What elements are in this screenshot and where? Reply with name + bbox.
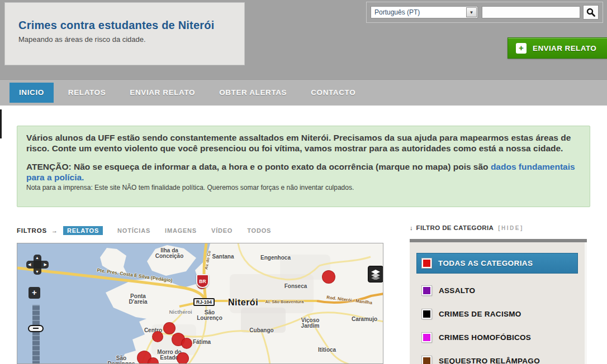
category-label: CRIMES DE RACISMO xyxy=(439,310,521,318)
map-pan-control[interactable]: ▲ ▼ ◀ ▶ xyxy=(26,255,49,275)
filter-chip-imagens[interactable]: IMAGENS xyxy=(165,227,197,234)
category-item-crimes-de-racismo[interactable]: CRIMES DE RACISMO xyxy=(416,302,578,325)
category-item-sequestro-relampago[interactable]: SEQUESTRO RELÂMPAGO xyxy=(416,349,578,364)
search-icon xyxy=(586,8,595,17)
filter-chip-noticias[interactable]: NOTÍCIAS xyxy=(117,227,150,234)
filter-chip-video[interactable]: VÍDEO xyxy=(211,227,233,234)
category-color-swatch xyxy=(422,333,431,342)
page-title: Crimes contra estudantes de Niterói xyxy=(18,19,244,32)
category-item-crimes-homofobicos[interactable]: CRIMES HOMOFÓBICOS xyxy=(416,325,578,349)
category-item-assalto[interactable]: ASSALTO xyxy=(416,279,578,302)
category-label: CRIMES HOMOFÓBICOS xyxy=(439,333,531,342)
nav-tab-contacto[interactable]: CONTACTO xyxy=(301,83,365,103)
plus-icon: + xyxy=(516,43,527,54)
search-button[interactable] xyxy=(583,5,599,20)
submit-report-label: ENVIAR RELATO xyxy=(533,44,596,52)
notice-paragraph-2: ATENÇÃO: Não se esqueça de informar a da… xyxy=(26,161,581,183)
search-input[interactable] xyxy=(482,6,580,18)
incident-marker[interactable] xyxy=(163,322,176,334)
category-filter-title: FILTRO DE CATEGORIA xyxy=(416,224,494,231)
filters-label: FILTROS xyxy=(17,227,47,234)
chevron-down-icon[interactable]: ▼ xyxy=(466,7,477,17)
nav-tab-inicio[interactable]: INICIO xyxy=(10,83,54,103)
language-select[interactable]: Português (PT) ▼ xyxy=(371,6,478,18)
notice-box: Vários alunos da UFF estão sendo constan… xyxy=(17,126,590,207)
filters-row: FILTROS → RELATOSNOTÍCIASIMAGENSVÍDEOTOD… xyxy=(17,226,286,236)
site-header: Crimes contra estudantes de Niterói Mape… xyxy=(4,2,245,65)
nav-tab-relatos[interactable]: RELATOS xyxy=(59,83,115,103)
incident-marker[interactable] xyxy=(322,270,335,284)
nav-tab-obter-alertas[interactable]: OBTER ALERTAS xyxy=(210,83,296,103)
category-list: TODAS AS CATEGORIASASSALTOCRIMES DE RACI… xyxy=(410,253,587,364)
main-navigation: INICIORELATOSENVIAR RELATOOBTER ALERTASC… xyxy=(0,79,607,106)
category-color-swatch xyxy=(422,258,431,268)
page-subtitle: Mapeando as áreas de risco da cidade. xyxy=(18,35,244,44)
incident-marker[interactable] xyxy=(177,352,189,364)
zoom-slider-track[interactable] xyxy=(32,305,40,364)
incident-marker[interactable] xyxy=(152,331,163,342)
pan-down-icon[interactable]: ▼ xyxy=(35,270,39,274)
incident-marker[interactable] xyxy=(181,338,192,349)
notice-warning-text: ATENÇÃO: Não se esqueça de informar a da… xyxy=(26,162,491,171)
hide-categories-link[interactable]: [HIDE] xyxy=(498,225,524,231)
category-label: SEQUESTRO RELÂMPAGO xyxy=(439,357,540,364)
category-label: TODAS AS CATEGORIAS xyxy=(438,259,533,267)
language-selected-value: Português (PT) xyxy=(374,8,420,16)
category-label: ASSALTO xyxy=(439,286,475,295)
layers-icon xyxy=(370,269,381,280)
category-filter-panel: TODAS AS CATEGORIASASSALTOCRIMES DE RACI… xyxy=(410,239,587,364)
language-search-bar: Português (PT) ▼ xyxy=(366,2,603,23)
notice-paragraph-1: Vários alunos da UFF estão sendo constan… xyxy=(26,132,581,154)
category-color-swatch xyxy=(422,286,431,295)
filter-chip-list: RELATOSNOTÍCIASIMAGENSVÍDEOTODOS xyxy=(63,226,286,235)
br-highway-shield: BR xyxy=(196,274,209,288)
route-badge: RJ-104 xyxy=(193,298,215,306)
category-filter-header: ↓ FILTRO DE CATEGORIA [HIDE] xyxy=(410,224,524,231)
filter-chip-todos[interactable]: TODOS xyxy=(247,227,271,234)
left-edge-artifact xyxy=(0,109,2,138)
arrow-down-icon: ↓ xyxy=(410,224,413,231)
filter-chip-relatos[interactable]: RELATOS xyxy=(63,226,103,235)
nav-tab-enviar-relato[interactable]: ENVIAR RELATO xyxy=(120,83,205,103)
category-item-todas-as-categorias[interactable]: TODAS AS CATEGORIAS xyxy=(416,253,578,274)
map-layers-button[interactable] xyxy=(368,266,383,282)
submit-report-button[interactable]: + ENVIAR RELATO xyxy=(508,37,607,59)
pan-up-icon[interactable]: ▲ xyxy=(35,256,39,260)
arrow-right-icon: → xyxy=(51,227,58,234)
category-color-swatch xyxy=(422,309,431,319)
zoom-slider-handle[interactable] xyxy=(28,325,44,332)
pan-right-icon[interactable]: ▶ xyxy=(44,262,47,266)
incident-map[interactable]: Ilha da ConceiçãoSantanaEngenhocaPte. Pr… xyxy=(17,243,383,364)
category-color-swatch xyxy=(422,356,431,364)
press-note: Nota para a imprensa: Este site NÃO tem … xyxy=(26,184,581,192)
category-panel-topbar xyxy=(410,239,587,242)
pan-left-icon[interactable]: ◀ xyxy=(28,262,31,266)
zoom-in-button[interactable]: + xyxy=(29,287,40,299)
